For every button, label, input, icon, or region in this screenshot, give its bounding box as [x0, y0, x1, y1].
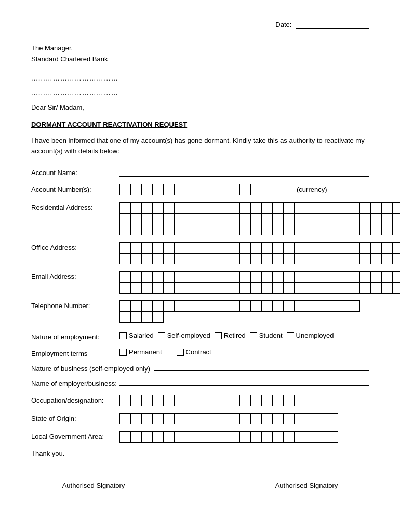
- thank-you: Thank you.: [31, 449, 369, 457]
- currency-group: (currency): [261, 184, 327, 195]
- nature-business-underline[interactable]: [154, 370, 369, 371]
- account-name-field[interactable]: [119, 167, 369, 177]
- document-page: Date: The Manager, Standard Chartered Ba…: [0, 0, 400, 532]
- date-row: Date:: [31, 21, 369, 29]
- account-number-row: Account Number(s): (currency): [31, 184, 369, 195]
- account-name-label: Account Name:: [31, 167, 119, 177]
- intro-text: I have been informed that one of my acco…: [31, 136, 369, 157]
- email-address-row: Email Address:: [31, 271, 369, 293]
- retired-checkbox[interactable]: [215, 332, 222, 339]
- permanent-option[interactable]: Permanent: [119, 348, 162, 356]
- residential-address-label: Residential Address:: [31, 202, 119, 211]
- dots-line-2: ......…………………………: [31, 88, 369, 96]
- permanent-label: Permanent: [129, 348, 162, 356]
- unemployed-label: Unemployed: [296, 331, 334, 339]
- office-address-label: Office Address:: [31, 242, 119, 251]
- employer-row: Name of employer/business:: [31, 380, 369, 388]
- telephone-label: Telephone Number:: [31, 300, 119, 310]
- currency-boxes[interactable]: [261, 184, 294, 195]
- occupation-label: Occupation/designation:: [31, 395, 119, 404]
- local-govt-row: Local Government Area:: [31, 431, 369, 442]
- state-boxes[interactable]: [119, 413, 338, 424]
- salutation: Dear Sir/ Madam,: [31, 103, 369, 111]
- employment-terms-label: Employment terms: [31, 348, 119, 357]
- account-number-boxes[interactable]: [119, 184, 250, 195]
- employer-field[interactable]: [119, 385, 369, 386]
- date-label: Date:: [275, 21, 291, 29]
- signature-line-right: [255, 478, 358, 478]
- employer-label: Name of employer/business:: [31, 380, 117, 388]
- local-govt-boxes[interactable]: [119, 431, 338, 442]
- student-checkbox[interactable]: [250, 332, 257, 339]
- state-origin-row: State of Origin:: [31, 413, 369, 424]
- signature-block-right: Authorised Signatory: [255, 478, 358, 489]
- occupation-row: Occupation/designation:: [31, 395, 369, 406]
- signature-line-left: [42, 478, 145, 478]
- nature-employment-row: Nature of employment: Salaried Self-empl…: [31, 331, 369, 341]
- telephone-boxes[interactable]: [119, 300, 369, 322]
- salaried-checkbox[interactable]: [119, 332, 127, 339]
- addressee-line2: Standard Chartered Bank: [31, 54, 369, 65]
- employment-terms-row: Employment terms Permanent Contract: [31, 348, 369, 357]
- contract-option[interactable]: Contract: [177, 348, 211, 356]
- contract-checkbox[interactable]: [177, 349, 184, 356]
- telephone-row: Telephone Number:: [31, 300, 369, 322]
- addressee-line1: The Manager,: [31, 43, 369, 54]
- email-address-grid: [119, 271, 400, 293]
- nature-employment-label: Nature of employment:: [31, 331, 119, 341]
- salaried-label: Salaried: [129, 331, 154, 339]
- self-employed-option[interactable]: Self-employed: [158, 331, 210, 339]
- employment-terms-options: Permanent Contract: [119, 348, 369, 356]
- email-address-label: Email Address:: [31, 271, 119, 281]
- employment-options: Salaried Self-employed Retired Student U…: [119, 331, 369, 339]
- residential-address-row: Residential Address:: [31, 202, 369, 235]
- signature-block-left: Authorised Signatory: [42, 478, 145, 489]
- salaried-option[interactable]: Salaried: [119, 331, 154, 339]
- local-govt-label: Local Government Area:: [31, 431, 119, 441]
- student-option[interactable]: Student: [250, 331, 283, 339]
- addressee-block: The Manager, Standard Chartered Bank: [31, 43, 369, 65]
- account-number-group: (currency): [119, 184, 369, 195]
- signature-section: Authorised Signatory Authorised Signator…: [31, 478, 369, 489]
- occupation-boxes[interactable]: [119, 395, 338, 406]
- dots-line-1: ......…………………………: [31, 74, 369, 82]
- signature-label-right: Authorised Signatory: [275, 482, 338, 489]
- state-origin-label: State of Origin:: [31, 413, 119, 422]
- account-name-row: Account Name:: [31, 167, 369, 177]
- student-label: Student: [259, 331, 283, 339]
- signature-label-left: Authorised Signatory: [62, 482, 125, 489]
- nature-business-label: Nature of business (self-employed only): [31, 365, 150, 373]
- retired-option[interactable]: Retired: [215, 331, 246, 339]
- nature-business-field: [152, 365, 154, 373]
- unemployed-checkbox[interactable]: [287, 332, 294, 339]
- retired-label: Retired: [224, 331, 246, 339]
- office-address-row: Office Address:: [31, 242, 369, 264]
- nature-business-row: Nature of business (self-employed only): [31, 365, 369, 373]
- date-field[interactable]: [296, 28, 369, 29]
- form-title: DORMANT ACCOUNT REACTIVATION REQUEST: [31, 121, 369, 128]
- permanent-checkbox[interactable]: [119, 349, 127, 356]
- unemployed-option[interactable]: Unemployed: [287, 331, 334, 339]
- residential-address-grid: [119, 202, 400, 235]
- office-address-grid: [119, 242, 400, 264]
- self-employed-checkbox[interactable]: [158, 332, 165, 339]
- currency-label: (currency): [297, 185, 327, 193]
- account-number-label: Account Number(s):: [31, 184, 119, 193]
- contract-label: Contract: [186, 348, 211, 356]
- self-employed-label: Self-employed: [167, 331, 210, 339]
